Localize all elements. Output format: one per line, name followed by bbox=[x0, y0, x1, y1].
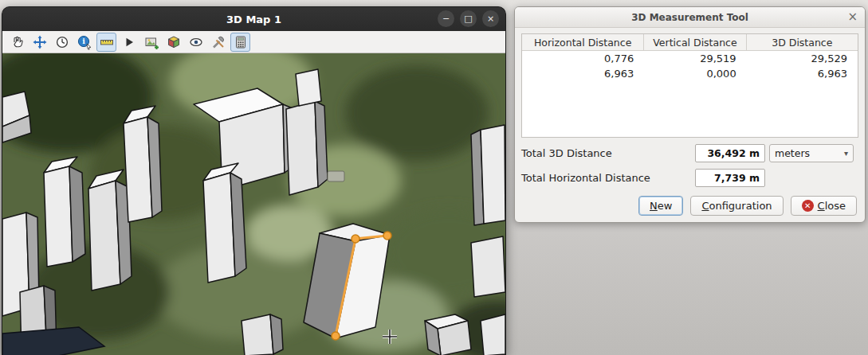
cell: 0,000 bbox=[644, 66, 746, 81]
desktop: 3D Map 1 − □ × bbox=[0, 0, 868, 355]
svg-text:i: i bbox=[82, 37, 85, 45]
chevron-down-icon: ▾ bbox=[844, 149, 848, 158]
tools-wrench-icon[interactable] bbox=[208, 33, 228, 52]
play-icon[interactable] bbox=[119, 33, 139, 52]
total-horizontal-row: Total Horizontal Distance 7,739 m bbox=[521, 169, 858, 187]
cube-3d-icon[interactable] bbox=[163, 33, 183, 52]
measurements-table: Horizontal Distance Vertical Distance 3D… bbox=[521, 33, 858, 138]
map-window: 3D Map 1 − □ × bbox=[2, 6, 506, 355]
unit-value: meters bbox=[775, 147, 810, 159]
total-3d-row: Total 3D Distance 36,492 m meters ▾ bbox=[521, 144, 858, 162]
dialog-titlebar[interactable]: 3D Measurement Tool × bbox=[515, 7, 865, 28]
map-3d-viewport[interactable] bbox=[2, 53, 505, 355]
minimize-button[interactable]: − bbox=[438, 10, 454, 27]
dialog-close-icon[interactable]: × bbox=[847, 10, 858, 24]
total-horizontal-label: Total Horizontal Distance bbox=[521, 172, 695, 184]
header-vertical-distance[interactable]: Vertical Distance bbox=[644, 34, 746, 51]
dialog-title: 3D Measurement Tool bbox=[631, 12, 748, 23]
cell: 0,776 bbox=[522, 51, 644, 66]
total-3d-field[interactable]: 36,492 m bbox=[695, 144, 765, 162]
cell: 29,529 bbox=[747, 51, 858, 66]
close-red-icon: ✕ bbox=[802, 200, 814, 212]
close-button[interactable]: ✕ Close bbox=[791, 196, 857, 216]
new-button[interactable]: New bbox=[638, 196, 683, 216]
map-toolbar: i bbox=[2, 31, 505, 53]
identify-icon[interactable]: i bbox=[74, 33, 94, 52]
unit-select[interactable]: meters ▾ bbox=[769, 144, 854, 162]
export-scene-icon[interactable] bbox=[141, 33, 161, 52]
header-horizontal-distance[interactable]: Horizontal Distance bbox=[522, 34, 644, 51]
camera-move-icon[interactable] bbox=[29, 33, 49, 52]
measurement-dialog: 3D Measurement Tool × Horizontal Distanc… bbox=[514, 6, 866, 223]
configuration-button[interactable]: Configuration bbox=[690, 196, 783, 216]
measure-line-icon[interactable] bbox=[96, 33, 116, 52]
dialog-buttons: New Configuration ✕ Close bbox=[521, 196, 858, 216]
map-window-title: 3D Map 1 bbox=[226, 14, 281, 25]
cell: 29,519 bbox=[644, 51, 746, 66]
header-3d-distance[interactable]: 3D Distance bbox=[747, 34, 858, 51]
map-scene bbox=[2, 53, 505, 355]
animation-clock-icon[interactable] bbox=[52, 33, 72, 52]
cell: 6,963 bbox=[522, 66, 644, 81]
total-3d-label: Total 3D Distance bbox=[521, 147, 695, 159]
map-label-badge bbox=[328, 171, 344, 181]
maximize-button[interactable]: □ bbox=[460, 10, 477, 27]
map-titlebar[interactable]: 3D Map 1 − □ × bbox=[2, 7, 505, 31]
cell: 6,963 bbox=[747, 66, 858, 81]
table-row[interactable]: 6,963 0,000 6,963 bbox=[522, 66, 858, 81]
table-row[interactable]: 0,776 29,519 29,529 bbox=[522, 51, 858, 66]
window-controls: − □ × bbox=[438, 10, 499, 27]
total-horizontal-field[interactable]: 7,739 m bbox=[695, 169, 765, 187]
measure-calculator-icon[interactable] bbox=[230, 33, 250, 52]
pan-icon[interactable] bbox=[7, 33, 27, 52]
eye-icon[interactable] bbox=[186, 33, 206, 52]
close-window-button[interactable]: × bbox=[482, 10, 499, 27]
table-header-row: Horizontal Distance Vertical Distance 3D… bbox=[522, 34, 858, 51]
